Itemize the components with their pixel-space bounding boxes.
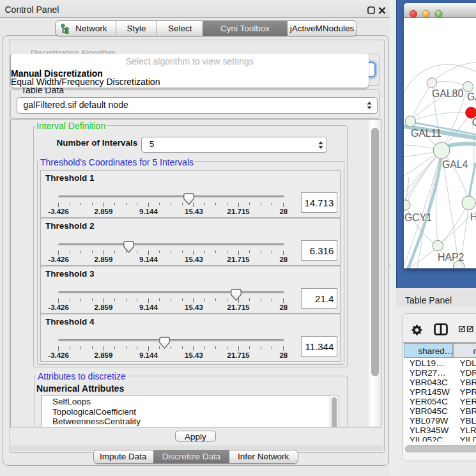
- svg-text:GAL4: GAL4: [442, 159, 468, 170]
- svg-text:H: H: [470, 211, 476, 222]
- svg-text:GCY1: GCY1: [404, 212, 432, 223]
- svg-text:GAL80: GAL80: [432, 88, 463, 99]
- svg-text:C: C: [472, 117, 476, 128]
- svg-text:HAP2: HAP2: [438, 252, 464, 263]
- svg-text:GA: GA: [467, 91, 476, 102]
- svg-text:GAL11: GAL11: [411, 128, 441, 139]
